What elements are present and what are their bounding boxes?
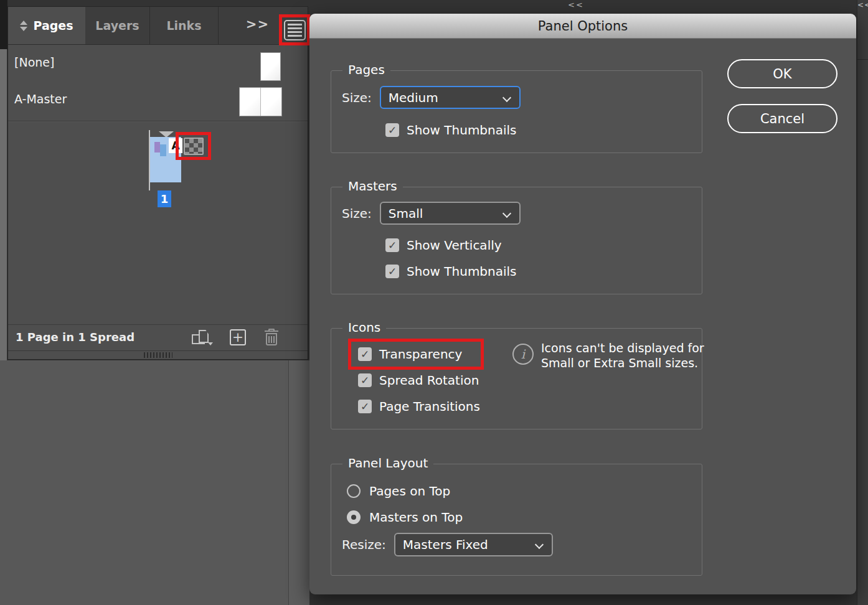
- checkbox-box[interactable]: ✓: [358, 373, 372, 387]
- expand-panel-icon[interactable]: >>: [246, 17, 269, 32]
- masters-pages-divider: [8, 121, 308, 122]
- panel-menu-icon[interactable]: [284, 20, 306, 40]
- collapse-dock-icon[interactable]: <<: [857, 1, 868, 9]
- panel-options-dialog: Panel Options Pages Size: Medium ✓ Show …: [309, 14, 856, 594]
- pages-size-select[interactable]: Medium: [380, 86, 521, 109]
- app-edge-scroll-strip: [0, 49, 7, 360]
- create-new-page-icon[interactable]: +: [230, 329, 246, 345]
- masters-size-row: Size: Small: [342, 202, 521, 225]
- panel-layout-legend: Panel Layout: [342, 456, 433, 471]
- thumbnail-content-block: [160, 144, 166, 156]
- resize-label: Resize:: [342, 537, 386, 552]
- masters-size-label: Size:: [342, 206, 372, 221]
- dialog-titlebar[interactable]: Panel Options: [309, 14, 856, 39]
- master-row-none[interactable]: [None]: [8, 45, 308, 82]
- masters-legend: Masters: [342, 179, 403, 194]
- checkbox-box[interactable]: ✓: [385, 238, 399, 252]
- delete-page-icon[interactable]: [265, 329, 278, 346]
- pages-fieldset: Pages Size: Medium ✓ Show Thumbnails: [331, 70, 702, 153]
- page-number-badge[interactable]: 1: [158, 190, 171, 207]
- resize-select[interactable]: Masters Fixed: [394, 533, 553, 556]
- icons-info-text: Icons can't be displayed for Small or Ex…: [541, 340, 707, 370]
- annotation-highlight-transparency-icon: [176, 132, 211, 160]
- checkbox-show-thumbnails[interactable]: ✓ Show Thumbnails: [385, 123, 517, 138]
- pages-legend: Pages: [342, 62, 390, 77]
- tab-pages[interactable]: Pages: [8, 7, 85, 44]
- radio-button-selected[interactable]: [347, 510, 361, 524]
- checkbox-box[interactable]: ✓: [358, 400, 372, 413]
- right-dock-strip: <<: [857, 0, 868, 605]
- master-spread-thumbnail[interactable]: [239, 87, 282, 116]
- checkbox-show-thumbnails-masters[interactable]: ✓ Show Thumbnails: [385, 264, 517, 279]
- edit-page-size-icon[interactable]: [192, 330, 213, 346]
- collapse-dock-icon[interactable]: <<: [564, 0, 588, 9]
- radio-pages-on-top[interactable]: Pages on Top: [347, 484, 450, 499]
- panel-divider: [288, 360, 289, 605]
- lower-panel-area: [0, 360, 309, 605]
- pages-panel: Pages Layers Links >> [None] A-Master: [7, 6, 308, 360]
- cancel-button[interactable]: Cancel: [727, 104, 837, 133]
- radio-button[interactable]: [347, 484, 361, 498]
- lower-panel-gutter: [289, 360, 309, 605]
- radio-masters-on-top[interactable]: Masters on Top: [347, 510, 463, 525]
- master-row-a-master[interactable]: A-Master: [8, 82, 308, 121]
- dock-divider: [857, 59, 868, 60]
- tab-links[interactable]: Links: [150, 7, 219, 44]
- checkbox-spread-rotation[interactable]: ✓ Spread Rotation: [358, 373, 479, 388]
- checkbox-show-vertically[interactable]: ✓ Show Vertically: [385, 238, 502, 253]
- info-icon: i: [512, 344, 534, 365]
- master-name: [None]: [14, 55, 54, 69]
- annotation-highlight-panel-menu: [279, 14, 310, 45]
- panel-resize-grip[interactable]: [144, 352, 172, 358]
- dialog-title: Panel Options: [538, 19, 628, 34]
- panel-layout-fieldset: Panel Layout Pages on Top Masters on Top…: [331, 464, 702, 576]
- masters-size-value: Small: [389, 206, 423, 221]
- checkbox-page-transitions[interactable]: ✓ Page Transitions: [358, 399, 480, 414]
- ok-button[interactable]: OK: [727, 59, 837, 88]
- app-edge-strip: [0, 0, 7, 49]
- tab-links-label: Links: [166, 19, 201, 32]
- pages-size-row: Size: Medium: [342, 86, 521, 109]
- master-name: A-Master: [14, 92, 67, 106]
- pages-panel-status-bar: 1 Page in 1 Spread +: [8, 324, 308, 350]
- checkbox-box[interactable]: ✓: [385, 123, 399, 137]
- panel-collapse-diamond-icon: [20, 21, 27, 31]
- masters-fieldset: Masters Size: Small ✓ Show Vertically ✓ …: [331, 187, 702, 294]
- masters-size-select[interactable]: Small: [380, 202, 521, 225]
- chevron-down-icon: [535, 540, 544, 549]
- resize-row: Resize: Masters Fixed: [342, 533, 553, 556]
- tab-layers-label: Layers: [95, 19, 139, 32]
- pages-size-label: Size:: [342, 90, 372, 105]
- panel-tab-bar: Pages Layers Links >>: [8, 7, 308, 45]
- annotation-highlight-transparency-checkbox: [348, 339, 484, 370]
- master-page-thumbnail[interactable]: [260, 52, 281, 81]
- tab-pages-label: Pages: [33, 19, 73, 32]
- indesign-workspace: << << Pages Layers Links >> [None]: [0, 0, 868, 605]
- transparency-checker-icon: [184, 138, 204, 155]
- thumbnail-content-block: [154, 142, 160, 152]
- checkbox-box[interactable]: ✓: [385, 265, 399, 278]
- chevron-down-icon: [502, 93, 511, 102]
- page-count-status: 1 Page in 1 Spread: [16, 331, 134, 344]
- chevron-down-icon: [502, 209, 511, 218]
- tab-layers[interactable]: Layers: [85, 7, 150, 44]
- resize-value: Masters Fixed: [403, 537, 488, 552]
- pages-size-value: Medium: [389, 90, 438, 105]
- icons-fieldset: Icons ✓ Transparency ✓ Spread Rotation ✓…: [331, 328, 702, 429]
- icons-legend: Icons: [342, 320, 386, 335]
- panel-resize-row: [8, 350, 308, 359]
